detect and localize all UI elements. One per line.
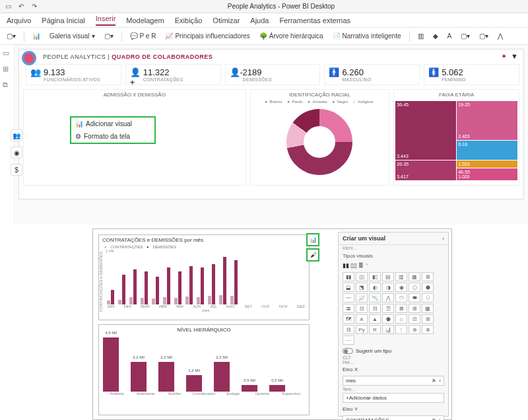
card-faixa-etaria[interactable]: FAIXA ETÁRIA 36-453.443 19-252.403 0-18 … bbox=[393, 89, 519, 186]
viz-type-36[interactable]: Py bbox=[356, 325, 368, 334]
vizpane-collapse-icon[interactable]: › bbox=[442, 236, 444, 242]
menu-pagina-inicial[interactable]: Página Inicial bbox=[42, 17, 84, 24]
build-visual-icon[interactable]: 📊 bbox=[306, 233, 319, 246]
menu-arquivo[interactable]: Arquivo bbox=[7, 17, 31, 24]
chart-contratacoes-demissoes[interactable]: CONTRATAÇÕES e DEMISSÕES por mês ● CONTR… bbox=[98, 234, 310, 320]
text-box-icon[interactable]: A bbox=[445, 31, 455, 41]
gallery-visual-btn[interactable]: Galeria visual ▾ bbox=[47, 31, 98, 41]
suggest-toggle[interactable]: Sugerir um tipo bbox=[339, 347, 448, 355]
viz-type-11[interactable]: ◉ bbox=[395, 283, 407, 292]
kpi-icon: 👤+ bbox=[130, 67, 139, 77]
report-page[interactable]: PEOPLE ANALYTICS | QUADRO DE COLABORADOR… bbox=[18, 49, 524, 199]
viz-type-12[interactable]: ⬡ bbox=[409, 283, 420, 292]
viz-type-37[interactable]: R bbox=[369, 325, 381, 334]
data-view-icon[interactable]: ⊞ bbox=[3, 65, 12, 74]
viz-type-3[interactable]: ▤ bbox=[382, 272, 394, 281]
chart2-xlabels: AnalistaAssistenteAuxiliarCoordenadorEst… bbox=[99, 392, 309, 396]
nav-tab-2[interactable]: ◉ bbox=[11, 147, 22, 158]
undo-icon[interactable]: ↶ bbox=[17, 3, 25, 11]
menu-ajuda[interactable]: Ajuda bbox=[250, 17, 269, 24]
viz-expand-icon[interactable]: ⌃ bbox=[365, 263, 370, 269]
viz-type-8[interactable]: ⬔ bbox=[356, 283, 368, 292]
context-formato-tela[interactable]: ⚙ Formato da tela bbox=[71, 130, 154, 143]
viz-type-22[interactable]: ⊡ bbox=[356, 304, 368, 313]
viz-type-28[interactable]: 🗺 bbox=[343, 314, 354, 324]
filter-icon[interactable]: ▼ bbox=[511, 52, 518, 61]
viz-type-14[interactable]: 〰 bbox=[343, 293, 354, 302]
viz-type-23[interactable]: ⊟ bbox=[369, 304, 381, 313]
viz-type-33[interactable]: ⊡ bbox=[409, 314, 420, 324]
menu-exibicao[interactable]: Exibição bbox=[175, 17, 203, 24]
viz-type-7[interactable]: ⬓ bbox=[343, 283, 354, 292]
copilot-icon[interactable]: ✦ bbox=[501, 52, 507, 61]
smart-narrative-btn[interactable]: 📄 Narrativa inteligente bbox=[330, 31, 404, 41]
viz-type-21[interactable]: 〓 bbox=[343, 304, 354, 313]
viz-type-9[interactable]: ◐ bbox=[369, 283, 381, 292]
sparkline-icon[interactable]: ⋀ bbox=[495, 31, 506, 41]
eixo-x-field[interactable]: mes✕ › bbox=[343, 376, 444, 386]
key-influencers-btn[interactable]: 📈 Principais influenciadores bbox=[162, 31, 252, 41]
chart-nivel-hierarquico[interactable]: NÍVEL HIERÁRQUICO 4,0 Mil2,2 Mil2,2 Mil1… bbox=[98, 324, 310, 415]
format-visual-icon[interactable]: 🖌 bbox=[306, 248, 319, 262]
viz-type-13[interactable]: ⬢ bbox=[422, 283, 434, 292]
menu-ferramentas[interactable]: Ferramentas externas bbox=[279, 17, 350, 24]
viz-type-27[interactable]: ▦ bbox=[422, 304, 434, 313]
more-visuals-btn[interactable]: ▢▾ bbox=[102, 31, 116, 41]
viz-type-29[interactable]: A bbox=[356, 314, 368, 324]
menu-modelagem[interactable]: Modelagem bbox=[126, 17, 164, 24]
viz-type-24[interactable]: ☰ bbox=[382, 304, 394, 313]
viz-type-16[interactable]: 📉 bbox=[369, 293, 381, 302]
vi-clustered[interactable]: ≣ bbox=[358, 262, 364, 269]
add-data-x[interactable]: +Adicionar dados bbox=[343, 393, 444, 403]
viz-type-39[interactable]: ⋮ bbox=[395, 325, 407, 334]
viz-type-0[interactable]: ▮▮ bbox=[343, 272, 354, 281]
new-visual-btn[interactable]: ▢▾ bbox=[4, 31, 18, 41]
viz-type-40[interactable]: ⊕ bbox=[409, 325, 420, 334]
viz-type-4[interactable]: ▥ bbox=[395, 272, 407, 281]
viz-type-38[interactable]: 📊 bbox=[382, 325, 394, 334]
viz-type-32[interactable]: ⌂ bbox=[395, 314, 407, 324]
visual-icon[interactable]: 📊 bbox=[30, 31, 43, 41]
powerapps-icon[interactable]: ◆ bbox=[430, 31, 441, 41]
decomp-tree-btn[interactable]: 🌳 Árvore hierárquica bbox=[257, 31, 326, 41]
nav-tab-1[interactable]: 👥 bbox=[11, 129, 22, 141]
context-add-visual[interactable]: 📊 Adicionar visual bbox=[71, 118, 154, 130]
viz-type-42[interactable]: ⋯ bbox=[343, 335, 354, 345]
viz-type-25[interactable]: ⊠ bbox=[395, 304, 407, 313]
model-view-icon[interactable]: ⧉ bbox=[3, 81, 12, 90]
visualizations-pane: Criar um visual› Ident… Tipos visuais ▮▮… bbox=[338, 232, 449, 417]
more-btn-2[interactable]: ▢▾ bbox=[477, 31, 491, 41]
viz-type-2[interactable]: ▮▯ bbox=[369, 272, 381, 281]
menu-inserir[interactable]: Inserir bbox=[96, 15, 116, 26]
viz-type-35[interactable]: ⊟ bbox=[343, 325, 354, 334]
eixo-y-field[interactable]: CONTRATAÇÕES✕ › bbox=[343, 415, 444, 420]
viz-type-5[interactable]: ▦ bbox=[409, 272, 420, 281]
viz-type-30[interactable]: ▲ bbox=[369, 314, 381, 324]
qa-btn[interactable]: 💬 P e R bbox=[127, 31, 159, 41]
viz-type-31[interactable]: ⬟ bbox=[382, 314, 394, 324]
more-btn-1[interactable]: ▢▾ bbox=[458, 31, 473, 41]
vi-column[interactable]: ▯▯ bbox=[350, 262, 357, 269]
viz-type-6[interactable]: ⊞ bbox=[422, 272, 434, 281]
viz-type-41[interactable]: ⊗ bbox=[422, 325, 434, 334]
card-admissao-demissao[interactable]: ADMISSÃO X DEMISSÃO 👥 ◉ $ 📊 Adicionar vi… bbox=[23, 89, 246, 186]
save-icon[interactable]: ▭ bbox=[4, 3, 12, 11]
viz-type-34[interactable]: ⊞ bbox=[422, 314, 434, 324]
kpi-card: 👥9.133FUNCIONÁRIOS ATIVOS bbox=[26, 64, 121, 85]
viz-type-26[interactable]: ⊞ bbox=[409, 304, 420, 313]
viz-type-19[interactable]: ⬬ bbox=[409, 293, 420, 302]
report-view-icon[interactable]: ▭ bbox=[3, 49, 12, 58]
paginated-report-icon[interactable]: ▥ bbox=[415, 31, 426, 41]
eixo-x-label: Eixo X bbox=[339, 365, 448, 374]
redo-icon[interactable]: ↷ bbox=[30, 3, 38, 11]
vi-stacked-bar[interactable]: ▮▮ bbox=[343, 262, 349, 269]
card-identificacao-racial[interactable]: IDENTIFICAÇÃO RACIAL ● Branco ● Pardo ● … bbox=[250, 89, 390, 186]
nav-tab-3[interactable]: $ bbox=[11, 164, 22, 176]
viz-type-20[interactable]: ⬯ bbox=[422, 293, 434, 302]
viz-type-1[interactable]: ▯▯ bbox=[356, 272, 368, 281]
menu-otimizar[interactable]: Otimizar bbox=[213, 17, 240, 24]
viz-type-17[interactable]: ⋀ bbox=[382, 293, 394, 302]
viz-type-10[interactable]: ◑ bbox=[382, 283, 394, 292]
viz-type-18[interactable]: ⬭ bbox=[395, 293, 407, 302]
viz-type-15[interactable]: 📈 bbox=[356, 293, 368, 302]
